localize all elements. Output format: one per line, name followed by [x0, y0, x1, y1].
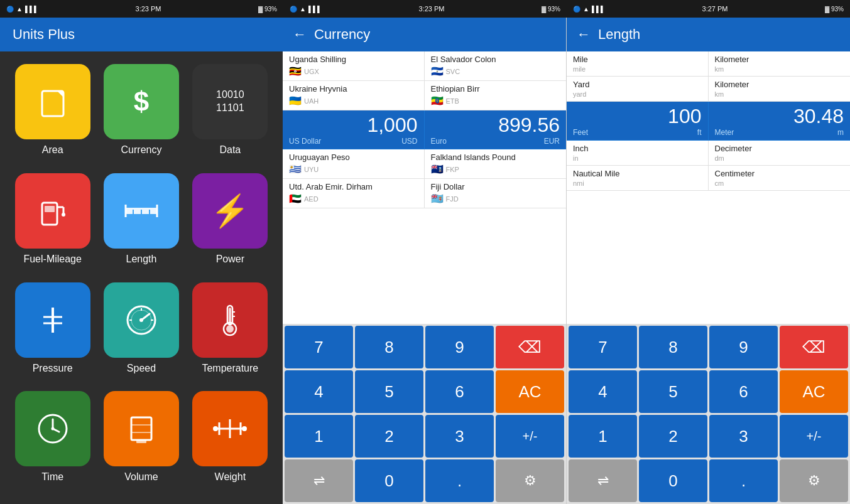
currency-cell-elsalvador[interactable]: El Salvador Colon 🇸🇻 SVC [425, 51, 567, 80]
currency-key-swap[interactable]: ⇌ [285, 459, 353, 502]
currency-back-button[interactable]: ← [293, 26, 307, 43]
unit-item-speed[interactable]: Speed [101, 282, 181, 383]
eur-value: 899.56 [431, 114, 560, 137]
currency-cell-falkland[interactable]: Falkland Islands Pound 🇫🇰 FKP [425, 149, 567, 178]
length-key-5[interactable]: 5 [639, 370, 707, 413]
currency-key-7[interactable]: 7 [285, 326, 353, 368]
currency-cell-eur[interactable]: 899.56 Euro EUR [425, 110, 567, 149]
uganda-flag: 🇺🇬 [289, 65, 302, 77]
temperature-label: Temperature [202, 363, 258, 374]
length-key-2[interactable]: 2 [639, 415, 707, 458]
currency-key-5[interactable]: 5 [355, 370, 423, 413]
unit-item-power[interactable]: ⚡ Power [190, 173, 270, 274]
currency-row-active: 1,000 US Dollar USD 899.56 Euro EUR [283, 110, 566, 149]
currency-row-1: Uganda Shilling 🇺🇬 UGX El Salvador Colon… [283, 51, 566, 81]
unit-item-weight[interactable]: Weight [190, 391, 270, 491]
currency-cell-uganda[interactable]: Uganda Shilling 🇺🇬 UGX [283, 51, 425, 80]
fiji-name: Fiji Dollar [431, 182, 560, 191]
left-header: Units Plus [0, 18, 283, 51]
length-cell-mile[interactable]: Mile mile [567, 51, 709, 76]
unit-item-fuel[interactable]: Fuel-Mileage [13, 173, 92, 274]
length-key-0[interactable]: 0 [639, 459, 707, 502]
currency-cell-usd[interactable]: 1,000 US Dollar USD [283, 110, 425, 149]
unit-item-time[interactable]: Time [13, 391, 92, 491]
weight-icon [192, 391, 268, 466]
currency-cell-fiji[interactable]: Fiji Dollar 🇫🇯 FJD [425, 179, 567, 208]
unit-item-temperature[interactable]: Temperature [190, 282, 270, 383]
length-cell-inch[interactable]: Inch in [567, 141, 709, 165]
length-header: ← Length [567, 18, 850, 51]
unit-item-length[interactable]: Length [101, 173, 181, 274]
currency-key-backspace[interactable]: ⌫ [496, 326, 564, 368]
length-key-6[interactable]: 6 [709, 370, 778, 413]
length-key-ac[interactable]: AC [780, 370, 848, 413]
currency-cell-ukraine[interactable]: Ukraine Hryvnia 🇺🇦 UAH [283, 81, 425, 110]
currency-cell-uae[interactable]: Utd. Arab Emir. Dirham 🇦🇪 AED [283, 179, 425, 208]
time-mid: 3:23 PM [419, 5, 445, 13]
status-icons-left: 🔵 ▲ ▌▌▌ [6, 6, 38, 13]
signal-icon-right: ▌▌▌ [592, 6, 605, 13]
uganda-name: Uganda Shilling [289, 55, 418, 64]
svg-point-6 [62, 213, 65, 217]
length-key-4[interactable]: 4 [569, 370, 637, 413]
power-icon: ⚡ [192, 173, 268, 249]
currency-key-3[interactable]: 3 [425, 415, 494, 458]
wifi-icon-mid: ▲ [300, 6, 306, 13]
length-cell-centimeter[interactable]: Centimeter cm [709, 166, 851, 190]
unit-item-volume[interactable]: Volume [101, 391, 181, 491]
wifi-icon: ▲ [16, 6, 23, 13]
length-back-button[interactable]: ← [577, 26, 591, 43]
length-key-3[interactable]: 3 [709, 415, 778, 458]
currency-key-2[interactable]: 2 [355, 415, 423, 458]
currency-row-2: Ukraine Hryvnia 🇺🇦 UAH Ethiopian Birr 🇪🇹… [283, 81, 566, 110]
length-key-settings[interactable]: ⚙ [780, 459, 848, 502]
svg-point-42 [242, 426, 247, 431]
currency-key-8[interactable]: 8 [355, 326, 423, 368]
length-key-dot[interactable]: . [709, 459, 778, 502]
length-key-8[interactable]: 8 [639, 326, 707, 368]
length-cell-decimeter[interactable]: Decimeter dm [709, 141, 851, 165]
svg-rect-3 [45, 206, 55, 212]
ukraine-flag: 🇺🇦 [289, 95, 302, 107]
unit-item-pressure[interactable]: Pressure [13, 282, 92, 383]
length-key-9[interactable]: 9 [709, 326, 778, 368]
length-body: Mile mile Kilometer km [567, 51, 850, 504]
currency-cell-uruguay[interactable]: Uruguayan Peso 🇺🇾 UYU [283, 149, 425, 178]
battery-icon-mid: ▓ 93% [542, 6, 560, 13]
length-cell-feet[interactable]: 100 Feet ft [567, 102, 709, 140]
currency-panel: ← Currency Uganda Shilling 🇺🇬 UGX [283, 18, 567, 504]
unit-item-area[interactable]: Area [13, 64, 92, 164]
length-key-swap[interactable]: ⇌ [569, 459, 637, 502]
unit-item-data[interactable]: 1001011101 Data [190, 64, 270, 164]
currency-key-9[interactable]: 9 [425, 326, 494, 368]
currency-key-0[interactable]: 0 [355, 459, 423, 502]
unit-item-currency[interactable]: $ Currency [101, 64, 181, 164]
length-cell-yard[interactable]: Yard yard [567, 77, 709, 101]
length-cell-km2[interactable]: Kilometer km [709, 77, 851, 101]
elsalvador-name: El Salvador Colon [431, 55, 560, 64]
ukraine-sub: 🇺🇦 UAH [289, 95, 418, 107]
currency-key-dot[interactable]: . [425, 459, 494, 502]
status-bar-right: 🔵 ▲ ▌▌▌ 3:27 PM ▓ 93% [567, 0, 850, 18]
length-cell-meter[interactable]: 30.48 Meter m [709, 102, 851, 140]
currency-key-plusminus[interactable]: +/- [496, 415, 564, 458]
time-left: 3:23 PM [136, 5, 161, 13]
usd-code: USD [401, 137, 417, 146]
length-key-backspace[interactable]: ⌫ [780, 326, 848, 368]
length-key-7[interactable]: 7 [569, 326, 637, 368]
currency-key-1[interactable]: 1 [285, 415, 353, 458]
currency-key-6[interactable]: 6 [425, 370, 494, 413]
fuel-label: Fuel-Mileage [23, 254, 81, 265]
length-row-active: 100 Feet ft 30.48 Meter m [567, 102, 850, 141]
length-cell-km1[interactable]: Kilometer km [709, 51, 851, 76]
length-cell-nautical[interactable]: Nautical Mile nmi [567, 166, 709, 190]
ukraine-name: Ukraine Hryvnia [289, 84, 418, 94]
length-key-1[interactable]: 1 [569, 415, 637, 458]
currency-key-ac[interactable]: AC [496, 370, 564, 413]
length-key-plusminus[interactable]: +/- [780, 415, 848, 458]
currency-key-settings[interactable]: ⚙ [496, 459, 564, 502]
currency-cell-ethiopia[interactable]: Ethiopian Birr 🇪🇹 ETB [425, 81, 567, 110]
currency-key-4[interactable]: 4 [285, 370, 353, 413]
meter-labels: Meter m [715, 128, 844, 137]
uganda-code: UGX [304, 68, 319, 75]
